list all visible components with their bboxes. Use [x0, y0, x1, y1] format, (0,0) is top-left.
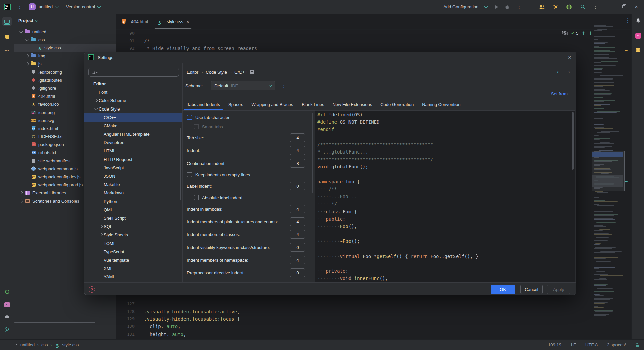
number-field[interactable] [290, 159, 305, 168]
checkbox[interactable] [187, 172, 192, 177]
forward-arrow-icon[interactable]: → [566, 69, 570, 75]
number-field[interactable] [290, 243, 305, 252]
settings-nav-XML[interactable]: XML [84, 264, 182, 273]
tab-New File Extensions[interactable]: New File Extensions [332, 99, 372, 110]
settings-nav-C/C++[interactable]: C/C++ [84, 113, 182, 122]
settings-nav-Devicetree[interactable]: Devicetree [84, 138, 182, 147]
status-breadcrumb[interactable]: untitled›css›ʒstyle.css [20, 342, 79, 348]
chevron-down-icon[interactable] [19, 30, 22, 33]
tab-Wrapping and Braces[interactable]: Wrapping and Braces [251, 99, 293, 110]
highlighting-eye-icon[interactable] [562, 31, 568, 35]
project-horizontal-scrollbar[interactable] [14, 322, 95, 323]
number-field[interactable] [290, 256, 305, 264]
ai-assistant-button[interactable]: ✦ [632, 33, 644, 39]
tab-Spaces[interactable]: Spaces [228, 99, 243, 110]
number-field[interactable] [290, 146, 305, 155]
ok-button[interactable]: OK [491, 285, 515, 294]
caret-position[interactable]: 109:19 [548, 342, 561, 347]
dialog-close-icon[interactable]: × [568, 54, 571, 61]
chevron-right-icon[interactable] [25, 54, 29, 57]
tab-Naming Convention[interactable]: Naming Convention [422, 99, 460, 110]
editor-tab-style.css[interactable]: ʒstyle.css× [152, 14, 194, 29]
settings-breadcrumb[interactable]: Editor›Code Style›C/C++ [187, 68, 254, 76]
database-button[interactable] [632, 48, 644, 52]
file-encoding[interactable]: UTF-8 [585, 342, 598, 347]
editor-code-bottom[interactable]: 127128.visually-hidden.focusable:active,… [116, 300, 579, 345]
project-tool-button[interactable] [0, 17, 14, 26]
indent-setting[interactable]: 2 spaces* [607, 342, 626, 347]
search-everywhere-icon[interactable] [580, 4, 585, 9]
breadcrumb-item-Code Style[interactable]: Code Style [206, 70, 227, 75]
settings-nav-Font[interactable]: Font [84, 88, 182, 96]
minimize-icon[interactable] [608, 7, 612, 7]
stripe-warning-mark[interactable] [625, 50, 628, 51]
run-play-icon[interactable] [495, 5, 498, 9]
editor-tab-404.html[interactable]: 5404.html [117, 14, 152, 29]
scheme-actions-icon[interactable]: ⋮ [281, 83, 286, 88]
minimap-viewport[interactable] [592, 151, 625, 191]
prev-problem-icon[interactable]: ↑ [582, 31, 585, 36]
settings-nav-HTTP Request[interactable]: HTTP Request [84, 155, 182, 164]
window-options-icon[interactable]: ⋮ [593, 4, 598, 9]
run-configuration-widget[interactable]: Add Configuration... [443, 4, 487, 9]
editor-line-90[interactable]: 90 [116, 30, 579, 37]
close-tab-icon[interactable]: × [186, 19, 189, 25]
set-from-link[interactable]: Set from... [551, 91, 571, 96]
tree-item-style.css[interactable]: ʒstyle.css [14, 44, 116, 52]
editor-line-127[interactable]: 127 [116, 300, 579, 308]
chevron-right-icon[interactable] [94, 99, 97, 102]
build-tools-icon[interactable] [553, 4, 558, 10]
settings-nav-TypeScript[interactable]: TypeScript [84, 248, 182, 256]
project-widget[interactable]: untitled [39, 4, 58, 9]
cancel-button[interactable]: Cancel [520, 285, 543, 294]
status-path-css[interactable]: css [41, 342, 48, 347]
settings-button[interactable] [0, 290, 14, 294]
settings-nav-YAML[interactable]: YAML [84, 273, 182, 281]
science-plugin-icon[interactable] [566, 4, 572, 10]
vcs-widget[interactable]: Version control [66, 4, 100, 9]
terminal-tool-button[interactable]: >_ [0, 302, 14, 307]
project-panel-header[interactable]: Project [14, 14, 116, 23]
main-menu-icon[interactable]: ⋮ [17, 4, 22, 9]
inspection-widget[interactable]: ✓ 5 ↑ ↓ [562, 30, 592, 36]
preview-scrollbar[interactable] [572, 112, 574, 170]
chevron-right-icon[interactable] [19, 199, 22, 202]
breadcrumb-item-C/C++[interactable]: C/C++ [234, 70, 247, 75]
settings-nav-CMake[interactable]: CMake [84, 122, 182, 130]
settings-nav-Vue template[interactable]: Vue template [84, 256, 182, 264]
tab-Blank Lines[interactable]: Blank Lines [302, 99, 324, 110]
form-scrollbar[interactable] [312, 113, 313, 193]
settings-nav-Editor[interactable]: Editor [84, 80, 182, 88]
line-ending[interactable]: LF [571, 342, 576, 347]
settings-nav-QML[interactable]: QML [84, 206, 182, 214]
settings-nav-Color Scheme[interactable]: Color Scheme [84, 96, 182, 105]
checkbox[interactable] [187, 115, 192, 120]
number-field[interactable] [290, 268, 305, 277]
number-field[interactable] [290, 230, 305, 239]
number-field[interactable] [290, 182, 305, 190]
checkbox[interactable] [194, 195, 199, 200]
notifications-button[interactable] [632, 18, 644, 24]
settings-nav-JSON[interactable]: JSON [84, 172, 182, 180]
tree-item-untitled[interactable]: untitled [14, 28, 116, 36]
restore-window-icon[interactable] [622, 5, 625, 8]
editor-line-128[interactable]: 128.visually-hidden.focusable:active, [116, 308, 579, 315]
project-avatar[interactable]: U [29, 3, 36, 10]
settings-nav-Markdown[interactable]: Markdown [84, 189, 182, 197]
number-field[interactable] [290, 217, 305, 226]
tab-Tabs and Indents[interactable]: Tabs and Indents [187, 99, 220, 110]
more-actions-icon[interactable]: ⋮ [517, 4, 522, 9]
settings-nav-HTML[interactable]: HTML [84, 147, 182, 155]
stripe-info-mark[interactable] [625, 181, 628, 182]
editor-line-92[interactable]: 92 * Hide visually and from screen reade… [116, 45, 579, 52]
chevron-down-icon[interactable] [25, 38, 29, 41]
help-button[interactable]: ? [89, 286, 95, 293]
settings-nav-Code Style[interactable]: Code Style [84, 105, 182, 113]
next-problem-icon[interactable]: ↓ [589, 31, 592, 36]
settings-nav-Shell Script[interactable]: Shell Script [84, 214, 182, 222]
settings-nav-JavaScript[interactable]: JavaScript [84, 164, 182, 172]
chevron-right-icon[interactable] [19, 191, 22, 194]
apply-button[interactable]: Apply [547, 285, 570, 294]
tree-item-css[interactable]: css [14, 36, 116, 44]
settings-nav-scrollbar[interactable] [180, 128, 181, 200]
